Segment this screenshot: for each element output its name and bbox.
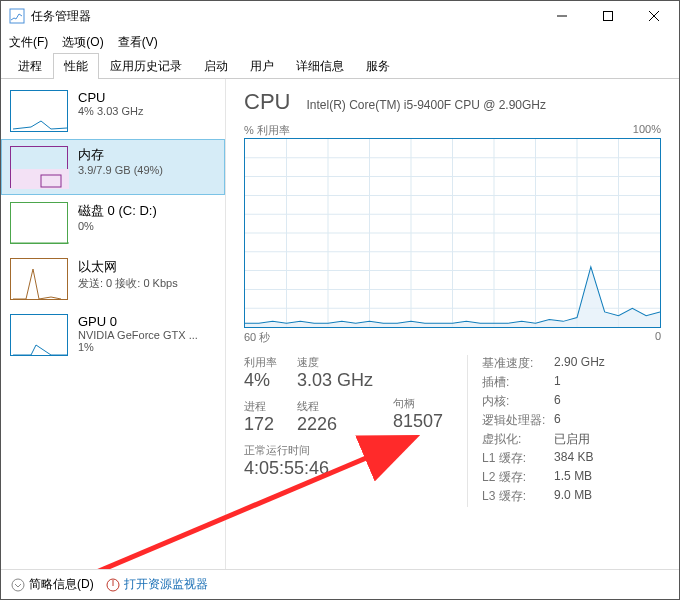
sidebar-item-sub: NVIDIA GeForce GTX ... 1% <box>78 329 216 353</box>
sidebar-item-label: CPU <box>78 90 143 105</box>
menu-view[interactable]: 查看(V) <box>118 34 158 51</box>
gpu-thumb-icon <box>10 314 68 356</box>
cpu-thumb-icon <box>10 90 68 132</box>
sidebar-item-sub: 4% 3.03 GHz <box>78 105 143 117</box>
menu-file[interactable]: 文件(F) <box>9 34 48 51</box>
blank <box>393 355 443 367</box>
speed-value: 3.03 GHz <box>297 370 373 391</box>
tab-2[interactable]: 应用历史记录 <box>99 53 193 79</box>
tab-6[interactable]: 服务 <box>355 53 401 79</box>
maximize-button[interactable] <box>585 1 631 31</box>
footer: 简略信息(D) 打开资源监视器 <box>1 569 679 599</box>
spec-l2: 1.5 MB <box>554 469 592 486</box>
uptime-label: 正常运行时间 <box>244 443 443 458</box>
tab-0[interactable]: 进程 <box>7 53 53 79</box>
spec-l3-label: L3 缓存: <box>482 488 554 505</box>
chart-xend: 0 <box>655 330 661 345</box>
thread-label: 线程 <box>297 399 373 414</box>
sidebar: CPU4% 3.03 GHz内存3.9/7.9 GB (49%)磁盘 0 (C:… <box>1 79 226 569</box>
tab-5[interactable]: 详细信息 <box>285 53 355 79</box>
svg-point-29 <box>12 579 24 591</box>
net-thumb-icon <box>10 258 68 300</box>
task-manager-window: 任务管理器 文件(F) 选项(O) 查看(V) 进程性能应用历史记录启动用户详细… <box>0 0 680 600</box>
sidebar-item-net[interactable]: 以太网发送: 0 接收: 0 Kbps <box>1 251 225 307</box>
proc-label: 进程 <box>244 399 277 414</box>
util-label: 利用率 <box>244 355 277 370</box>
resmon-icon <box>106 578 120 592</box>
menu-options[interactable]: 选项(O) <box>62 34 103 51</box>
tab-1[interactable]: 性能 <box>53 53 99 79</box>
sidebar-item-sub: 0% <box>78 220 157 232</box>
spec-lps-label: 逻辑处理器: <box>482 412 554 429</box>
util-value: 4% <box>244 370 277 391</box>
window-title: 任务管理器 <box>31 8 539 25</box>
sidebar-item-sub: 发送: 0 接收: 0 Kbps <box>78 276 178 291</box>
utilization-chart[interactable] <box>244 138 661 328</box>
handle-label: 句柄 <box>393 396 443 411</box>
spec-sockets-label: 插槽: <box>482 374 554 391</box>
tabs: 进程性能应用历史记录启动用户详细信息服务 <box>1 53 679 79</box>
spec-cores: 6 <box>554 393 561 410</box>
sidebar-item-sub: 3.9/7.9 GB (49%) <box>78 164 163 176</box>
spec-base-label: 基准速度: <box>482 355 554 372</box>
uptime-value: 4:05:55:46 <box>244 458 443 479</box>
spec-l2-label: L2 缓存: <box>482 469 554 486</box>
tab-3[interactable]: 启动 <box>193 53 239 79</box>
spec-cores-label: 内核: <box>482 393 554 410</box>
sidebar-item-label: GPU 0 <box>78 314 216 329</box>
app-icon <box>9 8 25 24</box>
page-title: CPU <box>244 89 290 115</box>
close-button[interactable] <box>631 1 677 31</box>
spec-virt-label: 虚拟化: <box>482 431 554 448</box>
cpu-model: Intel(R) Core(TM) i5-9400F CPU @ 2.90GHz <box>306 98 546 112</box>
menubar: 文件(F) 选项(O) 查看(V) <box>1 31 679 53</box>
resmon-label: 打开资源监视器 <box>124 576 208 593</box>
spec-l1-label: L1 缓存: <box>482 450 554 467</box>
spec-l3: 9.0 MB <box>554 488 592 505</box>
svg-rect-2 <box>604 12 613 21</box>
spec-virt: 已启用 <box>554 431 590 448</box>
brief-toggle[interactable]: 简略信息(D) <box>11 576 94 593</box>
sidebar-item-label: 磁盘 0 (C: D:) <box>78 202 157 220</box>
sidebar-item-gpu[interactable]: GPU 0NVIDIA GeForce GTX ... 1% <box>1 307 225 363</box>
handle-value: 81507 <box>393 411 443 432</box>
sidebar-item-cpu[interactable]: CPU4% 3.03 GHz <box>1 83 225 139</box>
sidebar-item-mem[interactable]: 内存3.9/7.9 GB (49%) <box>1 139 225 195</box>
sidebar-item-label: 以太网 <box>78 258 178 276</box>
main-panel: CPU Intel(R) Core(TM) i5-9400F CPU @ 2.9… <box>226 79 679 569</box>
chart-ylabel: % 利用率 <box>244 123 290 138</box>
chart-xlabel: 60 秒 <box>244 330 270 345</box>
sidebar-item-label: 内存 <box>78 146 163 164</box>
blank <box>393 367 443 388</box>
chevron-down-icon <box>11 578 25 592</box>
minimize-button[interactable] <box>539 1 585 31</box>
speed-label: 速度 <box>297 355 373 370</box>
spec-sockets: 1 <box>554 374 561 391</box>
chart-ymax: 100% <box>633 123 661 138</box>
titlebar: 任务管理器 <box>1 1 679 31</box>
spec-lps: 6 <box>554 412 561 429</box>
disk-thumb-icon <box>10 202 68 244</box>
spec-table: 基准速度:2.90 GHz 插槽:1 内核:6 逻辑处理器:6 虚拟化:已启用 … <box>467 355 605 507</box>
svg-rect-5 <box>11 169 69 189</box>
spec-l1: 384 KB <box>554 450 593 467</box>
mem-thumb-icon <box>10 146 68 188</box>
brief-label: 简略信息(D) <box>29 576 94 593</box>
resource-monitor-link[interactable]: 打开资源监视器 <box>106 576 208 593</box>
sidebar-item-disk[interactable]: 磁盘 0 (C: D:)0% <box>1 195 225 251</box>
thread-value: 2226 <box>297 414 373 435</box>
tab-4[interactable]: 用户 <box>239 53 285 79</box>
proc-value: 172 <box>244 414 277 435</box>
spec-base: 2.90 GHz <box>554 355 605 372</box>
